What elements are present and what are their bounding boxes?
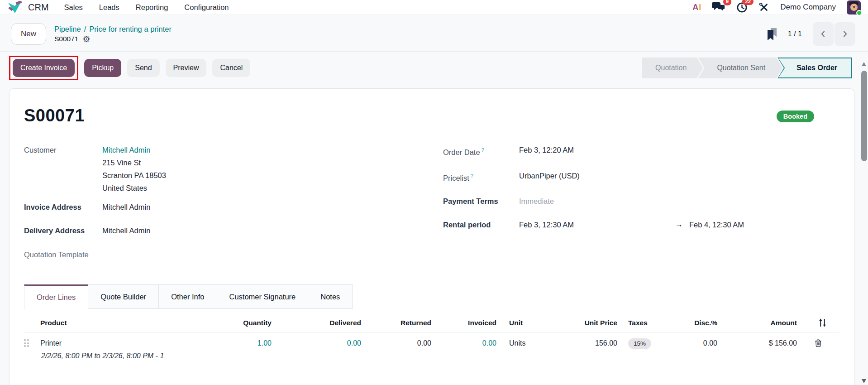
payment-terms-placeholder[interactable]: Immediate [519,195,554,207]
delete-row-icon[interactable] [814,339,822,347]
arrow-right-icon: → [675,218,683,231]
delivery-address-value[interactable]: Mitchell Admin [102,224,150,237]
main-menu: Sales Leads Reporting Configuration [64,3,229,12]
cell-unit-price[interactable]: 156.00 [546,339,617,347]
invoice-address-value[interactable]: Mitchell Admin [102,201,150,213]
customer-address-line: United States [102,182,420,194]
tab-order-lines[interactable]: Order Lines [24,284,88,309]
bookmark-icon[interactable] [767,28,777,40]
order-title[interactable]: S00071 [24,106,85,125]
menu-sales[interactable]: Sales [64,3,83,12]
col-delivered: Delivered [272,319,361,327]
messages-icon[interactable]: 9 [712,2,725,13]
create-invoice-button[interactable]: Create Invoice [13,59,75,77]
breadcrumb-current-record: S00071 [54,35,78,43]
user-avatar[interactable] [847,0,861,14]
menu-reporting[interactable]: Reporting [136,3,168,12]
breadcrumb-left: New Pipeline/Price for renting a printer… [11,23,172,45]
col-returned: Returned [361,319,431,327]
pickup-button[interactable]: Pickup [84,59,121,77]
activities-icon[interactable]: 22 [736,2,748,13]
avatar-glasses [851,6,854,8]
tab-customer-signature[interactable]: Customer Signature [217,284,309,309]
col-taxes: Taxes [617,319,676,327]
scrollbar-thumb[interactable] [861,71,867,161]
invoice-address-label: Invoice Address [24,201,102,213]
record-pager [813,22,855,46]
company-switcher[interactable]: Demo Company [780,3,836,12]
col-unit: Unit [496,319,546,327]
table-header: Product Quantity Delivered Returned Invo… [24,313,839,332]
table-row: Printer 1.00 0.00 0.00 0.00 Units 156.00… [24,332,839,367]
gear-icon[interactable]: ⚙ [82,35,90,43]
online-status-dot [856,10,862,16]
pager-previous-button[interactable] [813,22,834,46]
menu-leads[interactable]: Leads [99,3,119,12]
scroll-down-arrow[interactable] [862,379,866,383]
customer-link[interactable]: Mitchell Admin [102,144,150,156]
cancel-button[interactable]: Cancel [212,59,250,77]
stage-quotation-sent[interactable]: Quotation Sent [698,58,782,78]
app-switcher[interactable]: CRM [7,1,49,14]
send-button[interactable]: Send [127,59,159,77]
breadcrumb-current: S00071 ⚙ [54,35,172,43]
tab-notes[interactable]: Notes [308,284,353,309]
rental-end-date[interactable]: Feb 4, 12:30 AM [689,218,744,231]
record-pager-count: 1 / 1 [788,30,802,38]
fields-right-column: Order Date? Feb 3, 12:20 AM Pricelist? U… [443,144,839,261]
action-buttons: Create Invoice Pickup Send Preview Cance… [9,56,250,80]
preview-button[interactable]: Preview [166,59,207,77]
cell-invoiced[interactable]: 0.00 [431,339,496,347]
new-button[interactable]: New [11,23,46,45]
col-invoiced: Invoiced [431,319,496,327]
avatar-glasses [854,6,857,8]
status-badge: Booked [777,111,814,122]
cell-product[interactable]: Printer [40,339,208,347]
col-quantity: Quantity [208,319,272,327]
breadcrumb-link-pipeline[interactable]: Pipeline [54,25,81,33]
breadcrumb-link-opportunity[interactable]: Price for renting a printer [89,25,172,33]
drag-handle-icon[interactable] [24,339,29,347]
adjust-columns-icon[interactable] [797,318,839,327]
order-date-value[interactable]: Feb 3, 12:20 AM [519,144,574,159]
col-product: Product [40,319,208,327]
title-row: S00071 Booked [24,106,839,125]
scroll-up-arrow[interactable] [862,62,866,66]
breadcrumb: Pipeline/Price for renting a printer S00… [54,25,172,43]
messages-badge: 9 [723,0,731,5]
app-name[interactable]: CRM [28,2,49,13]
stage-sales-order-label: Sales Order [778,58,851,77]
red-highlight-annotation: Create Invoice [9,56,78,80]
breadcrumb-row: New Pipeline/Price for renting a printer… [0,15,868,51]
tab-quote-builder[interactable]: Quote Builder [88,284,159,309]
pricelist-value[interactable]: UrbanPiper (USD) [519,169,580,184]
stage-quotation[interactable]: Quotation [642,58,703,78]
cell-unit[interactable]: Units [496,339,546,347]
quotation-template-label: Quotation Template [24,248,102,261]
stage-sales-order[interactable]: Sales Order [777,58,852,78]
top-navbar: CRM Sales Leads Reporting Configuration … [0,0,868,15]
col-disc: Disc.% [676,319,717,327]
cell-disc[interactable]: 0.00 [676,339,717,347]
action-row: Create Invoice Pickup Send Preview Cance… [0,51,868,86]
delivery-address-label: Delivery Address [24,224,102,237]
breadcrumb-controls: 1 / 1 [767,22,855,46]
statusbar: Quotation Quotation Sent Sales Order [642,58,852,78]
rental-period-label: Rental period [443,218,519,231]
debug-tools-icon[interactable] [758,2,769,13]
customer-label: Customer [24,144,102,156]
help-icon: ? [482,147,484,153]
pager-next-button[interactable] [835,22,855,46]
tab-other-info[interactable]: Other Info [159,284,217,309]
menu-configuration[interactable]: Configuration [184,3,229,12]
ai-icon[interactable]: AI [692,3,701,12]
form-sheet: S00071 Booked Customer Mitchell Admin 21… [9,88,854,385]
vertical-scrollbar [861,60,867,385]
cell-amount: $ 156.00 [717,339,797,347]
cell-quantity[interactable]: 1.00 [208,339,272,347]
cell-delivered[interactable]: 0.00 [272,339,361,347]
tools-icon [758,2,769,13]
rental-start-date[interactable]: Feb 3, 12:30 AM [519,218,675,231]
cell-returned[interactable]: 0.00 [361,339,431,347]
form-fields: Customer Mitchell Admin 215 Vine St Scra… [24,144,839,261]
